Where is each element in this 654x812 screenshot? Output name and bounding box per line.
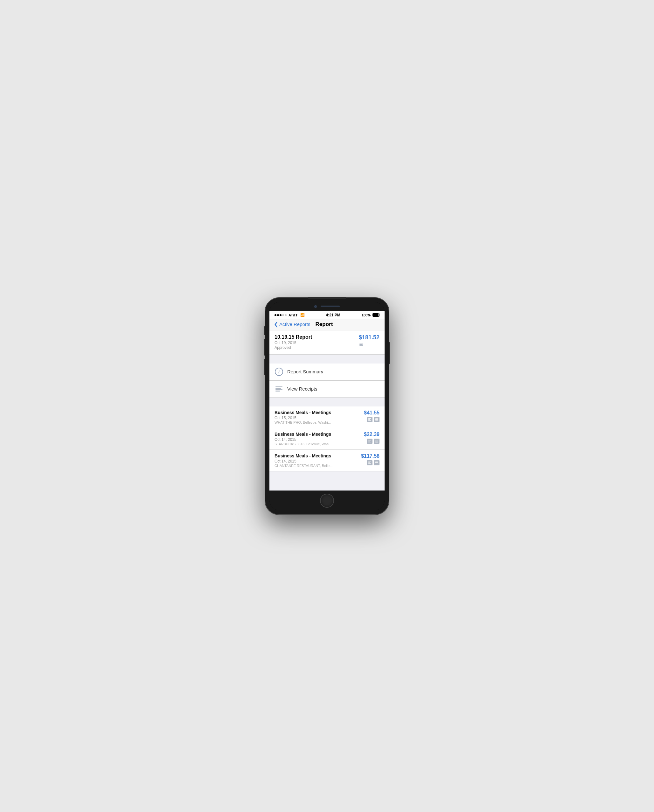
expense-2-card-icon: [374, 439, 379, 444]
report-summary-row[interactable]: i Report Summary: [269, 363, 385, 380]
battery-fill: [373, 314, 378, 316]
svg-rect-7: [368, 442, 371, 443]
receipt-lines-lg-icon: [275, 386, 283, 392]
expense-3-left: Business Meals - Meetings Oct 14, 2015 C…: [275, 453, 332, 467]
mute-button[interactable]: [264, 326, 265, 335]
carrier-label: AT&T: [289, 313, 298, 317]
camera-bar: [269, 302, 385, 311]
expense-1-vendor: WHAT THE PHO, Bellevue, Washi...: [275, 420, 331, 424]
phone-frame: AT&T 📶 4:21 PM 100% ❮ Active Reports: [265, 297, 389, 515]
bottom-content-area: [269, 472, 385, 490]
expense-3-card-icon: [374, 460, 379, 465]
status-left: AT&T 📶: [275, 313, 305, 317]
svg-rect-4: [375, 419, 378, 420]
wifi-icon: 📶: [300, 313, 305, 317]
report-receipt-icon: [359, 342, 379, 347]
sleep-button[interactable]: [389, 342, 390, 364]
svg-rect-11: [368, 463, 370, 463]
section-spacer-1: [269, 355, 385, 363]
receipts-list-icon: [275, 385, 283, 394]
battery-icon: [373, 313, 379, 317]
page-title: Report: [316, 321, 333, 328]
expense-3-vendor: CHANTANEE RESTAURANT, Belle...: [275, 464, 332, 467]
navigation-bar: ❮ Active Reports Report: [269, 319, 385, 330]
expense-1-date: Oct 15, 2015: [275, 416, 331, 420]
camera-lens: [314, 305, 317, 308]
report-info-left: 10.19.15 Report Oct 19, 2015 Approved: [275, 334, 312, 350]
expense-item-3[interactable]: Business Meals - Meetings Oct 14, 2015 C…: [269, 450, 385, 472]
expense-1-category: Business Meals - Meetings: [275, 410, 331, 415]
svg-rect-1: [368, 419, 370, 420]
view-receipts-row[interactable]: View Receipts: [269, 381, 385, 398]
speaker: [321, 306, 340, 307]
report-summary-label: Report Summary: [287, 369, 323, 374]
svg-rect-5: [368, 440, 371, 441]
expense-2-date: Oct 14, 2015: [275, 437, 332, 442]
volume-down-button[interactable]: [264, 359, 265, 375]
signal-dot-4: [282, 314, 284, 316]
report-status: Approved: [275, 345, 312, 350]
signal-dot-3: [280, 314, 281, 316]
info-icon: i: [275, 367, 283, 376]
expense-3-right: $117.58: [361, 453, 379, 465]
expense-1-left: Business Meals - Meetings Oct 15, 2015 W…: [275, 410, 331, 424]
signal-dot-2: [277, 314, 279, 316]
back-label: Active Reports: [279, 322, 310, 327]
expense-1-receipt-icon: [367, 417, 373, 422]
report-amount-right: $181.52: [359, 334, 379, 347]
volume-up-button[interactable]: [264, 339, 265, 355]
svg-rect-2: [368, 420, 371, 421]
expense-2-vendor: STARBUCKS 3313, Bellevue, Was...: [275, 442, 332, 446]
expense-2-right: $22.39: [364, 432, 379, 444]
report-date: Oct 19, 2015: [275, 340, 312, 345]
svg-rect-0: [368, 418, 371, 419]
back-chevron-icon: ❮: [274, 322, 278, 327]
expense-2-receipt-icon: [367, 439, 373, 444]
phone-screen: AT&T 📶 4:21 PM 100% ❮ Active Reports: [269, 302, 385, 510]
signal-bars: [275, 314, 287, 316]
home-button-wrap: [269, 490, 385, 510]
expense-3-icons: [361, 460, 379, 465]
battery-tip: [379, 314, 379, 316]
status-right: 100%: [362, 313, 379, 317]
back-button[interactable]: ❮ Active Reports: [274, 322, 310, 327]
expense-2-category: Business Meals - Meetings: [275, 432, 332, 437]
screen-content: AT&T 📶 4:21 PM 100% ❮ Active Reports: [269, 311, 385, 490]
expense-item-1[interactable]: Business Meals - Meetings Oct 15, 2015 W…: [269, 406, 385, 428]
section-spacer-2: [269, 398, 385, 406]
status-bar: AT&T 📶 4:21 PM 100%: [269, 311, 385, 319]
svg-rect-14: [375, 462, 378, 463]
expense-1-amount: $41.55: [364, 410, 379, 416]
expense-3-receipt-icon: [367, 460, 373, 465]
expense-2-amount: $22.39: [364, 432, 379, 437]
signal-dot-1: [275, 314, 277, 316]
expense-2-left: Business Meals - Meetings Oct 14, 2015 S…: [275, 432, 332, 446]
receipt-lines-icon: [359, 342, 379, 347]
svg-rect-12: [368, 463, 371, 464]
svg-rect-6: [368, 441, 370, 441]
expense-item-2[interactable]: Business Meals - Meetings Oct 14, 2015 S…: [269, 428, 385, 450]
home-button[interactable]: [320, 494, 334, 508]
expense-1-icons: [364, 417, 379, 422]
report-total-amount: $181.52: [359, 334, 379, 341]
expense-3-amount: $117.58: [361, 453, 379, 459]
report-header-card[interactable]: 10.19.15 Report Oct 19, 2015 Approved $1…: [269, 330, 385, 355]
expense-3-date: Oct 14, 2015: [275, 459, 332, 463]
expense-1-card-icon: [374, 417, 379, 422]
info-circle-icon: i: [275, 368, 283, 376]
expense-2-icons: [364, 439, 379, 444]
svg-rect-9: [375, 441, 378, 441]
svg-rect-10: [368, 461, 371, 462]
expense-3-category: Business Meals - Meetings: [275, 453, 332, 458]
time-display: 4:21 PM: [326, 313, 340, 317]
expense-1-right: $41.55: [364, 410, 379, 422]
report-title: 10.19.15 Report: [275, 334, 312, 340]
battery-percent: 100%: [362, 313, 371, 317]
signal-dot-5: [285, 314, 287, 316]
view-receipts-label: View Receipts: [287, 386, 318, 392]
